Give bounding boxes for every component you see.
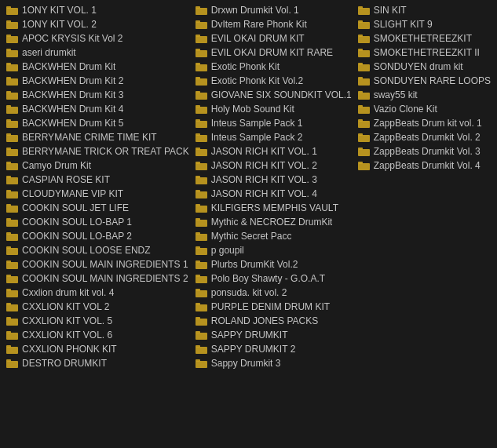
list-item[interactable]: ROLAND JONES PACKS — [192, 314, 355, 328]
svg-rect-26 — [6, 191, 18, 199]
list-item[interactable]: DESTRO DRUMKIT — [3, 356, 192, 370]
list-item[interactable]: BACKWHEN Drum Kit — [3, 60, 192, 74]
list-item[interactable]: aseri drumkit — [3, 46, 192, 60]
list-item[interactable]: EVIL OKAI DRUM KIT RARE — [192, 46, 355, 60]
list-item[interactable]: Vazio Clone Kit — [355, 102, 494, 116]
list-item[interactable]: BACKWHEN Drum Kit 3 — [3, 88, 192, 102]
list-item[interactable]: SAPPY DRUMKIT — [192, 328, 355, 342]
folder-icon — [6, 62, 19, 71]
svg-rect-66 — [196, 107, 207, 114]
svg-rect-19 — [6, 133, 11, 136]
svg-rect-44 — [6, 319, 18, 326]
svg-rect-68 — [196, 121, 207, 128]
list-item[interactable]: SMOKETHETREEZKIT — [355, 31, 494, 46]
list-item[interactable]: BACKWHEN Drum Kit 5 — [3, 116, 192, 130]
list-item[interactable]: Holy Mob Sound Kit — [192, 102, 355, 116]
svg-rect-102 — [196, 361, 207, 368]
list-item[interactable]: sway55 kit — [355, 88, 494, 102]
svg-rect-38 — [6, 276, 18, 283]
list-item[interactable]: p goupil — [192, 243, 355, 257]
list-item[interactable]: Sappy Drumkit 3 — [192, 356, 355, 370]
list-item[interactable]: ZappBeats Drumkit Vol. 2 — [355, 130, 494, 144]
list-item[interactable]: Mythic & NECROEZ DrumKit — [192, 215, 355, 229]
list-item[interactable]: COOKIN SOUL JET LIFE — [3, 201, 192, 215]
list-item[interactable]: 1ONY KIT VOL. 2 — [3, 17, 192, 31]
list-item[interactable]: Inteus Sample Pack 1 — [192, 116, 355, 130]
list-item[interactable]: ZappBeats Drumkit Vol. 3 — [355, 144, 494, 158]
svg-rect-6 — [6, 50, 18, 57]
list-item[interactable]: ZappBeats Drum kit vol. 1 — [355, 116, 494, 130]
list-item[interactable]: JASON RICH KIT VOL. 1 — [192, 144, 355, 158]
list-item[interactable]: Drxwn Drumkit Vol. 1 — [192, 3, 355, 17]
svg-rect-25 — [6, 176, 11, 178]
svg-rect-80 — [196, 206, 207, 213]
list-item[interactable]: COOKIN SOUL LO-BAP 2 — [3, 229, 192, 243]
list-item[interactable]: COOKIN SOUL MAIN INGREDIENTS 2 — [3, 271, 192, 286]
list-item[interactable]: JASON RICH KIT VOL. 2 — [192, 158, 355, 173]
list-item[interactable]: Camyo Drum Kit — [3, 158, 192, 173]
item-label: JASON RICH KIT VOL. 1 — [211, 146, 317, 157]
svg-rect-43 — [6, 303, 11, 305]
list-item[interactable]: SLIGHT KIT 9 — [355, 17, 494, 31]
list-item[interactable]: Mythic Secret Pacc — [192, 229, 355, 243]
list-item[interactable]: Exotic Phonk Kit — [192, 60, 355, 74]
list-item[interactable]: PURPLE DENIM DRUM KIT — [192, 300, 355, 314]
list-item[interactable]: ZappBeats Drumkit Vol. 4 — [355, 158, 494, 173]
list-item[interactable]: SMOKETHETREEZKIT II — [355, 46, 494, 60]
list-item[interactable]: GIOVANE SIX SOUNDKIT VOL.1 — [192, 88, 355, 102]
folder-icon — [196, 344, 208, 354]
list-item[interactable]: KILFIGERS MEMPHIS VAULT — [192, 201, 355, 215]
list-item[interactable]: DvItem Rare Phonk Kit — [192, 17, 355, 31]
list-item[interactable]: ponsuda. kit vol. 2 — [192, 286, 355, 300]
list-item[interactable]: EVIL OKAI DRUM KIT — [192, 31, 355, 46]
list-item[interactable]: JASON RICH KIT VOL. 4 — [192, 187, 355, 201]
list-item[interactable]: CXXLION KIT VOL 2 — [3, 300, 192, 314]
svg-rect-105 — [358, 6, 363, 9]
list-item[interactable]: SONDUYEN drum kit — [355, 60, 494, 74]
svg-rect-13 — [6, 91, 11, 93]
folder-icon — [6, 316, 19, 326]
svg-rect-94 — [196, 304, 207, 311]
svg-rect-117 — [358, 91, 363, 93]
list-item[interactable]: Inteus Sample Pack 2 — [192, 130, 355, 144]
list-item[interactable]: BACKWHEN Drum Kit 2 — [3, 74, 192, 88]
list-item[interactable]: COOKIN SOUL MAIN INGREDIENTS 1 — [3, 257, 192, 271]
folder-icon — [6, 76, 19, 86]
list-item[interactable]: COOKIN SOUL LOOSE ENDZ — [3, 243, 192, 257]
folder-icon — [358, 90, 371, 100]
list-item[interactable]: CLOUDYMANE VIP KIT — [3, 187, 192, 201]
list-item[interactable]: SAPPY DRUMKIT 2 — [192, 342, 355, 356]
list-item[interactable]: CASPIAN ROSE KIT — [3, 173, 192, 187]
item-label: Mythic Secret Pacc — [211, 231, 292, 242]
list-item[interactable]: APOC KRYSIS Kit Vol 2 — [3, 31, 192, 46]
folder-icon — [196, 203, 208, 213]
svg-rect-95 — [196, 303, 200, 305]
list-item[interactable]: BACKWHEN Drum Kit 4 — [3, 102, 192, 116]
folder-icon — [196, 90, 208, 100]
svg-rect-109 — [358, 35, 363, 37]
list-item[interactable]: Polo Boy Shawty - G.O.A.T — [192, 271, 355, 286]
list-item[interactable]: CXXLION PHONK KIT — [3, 342, 192, 356]
folder-icon — [196, 359, 208, 368]
list-item[interactable]: SONDUYEN RARE LOOPS — [355, 74, 494, 88]
list-item[interactable]: CXXLION KIT VOL. 6 — [3, 328, 192, 342]
list-item[interactable]: COOKIN SOUL LO-BAP 1 — [3, 215, 192, 229]
list-item[interactable]: 1ONY KIT VOL. 1 — [3, 3, 192, 17]
list-item[interactable]: SIN KIT — [355, 3, 494, 17]
item-label: ponsuda. kit vol. 2 — [211, 287, 287, 298]
item-label: 1ONY KIT VOL. 2 — [22, 19, 97, 30]
list-item[interactable]: Exotic Phonk Kit Vol.2 — [192, 74, 355, 88]
item-label: p goupil — [211, 245, 244, 256]
item-label: DvItem Rare Phonk Kit — [211, 19, 307, 30]
item-label: Polo Boy Shawty - G.O.A.T — [211, 273, 325, 284]
list-item[interactable]: CXXLION KIT VOL. 5 — [3, 314, 192, 328]
list-item[interactable]: BERRYMANE TRICK OR TREAT PACK — [3, 144, 192, 158]
list-item[interactable]: Cxxlion drum kit vol. 4 — [3, 286, 192, 300]
list-item[interactable]: BERRYMANE CRIME TIME KIT — [3, 130, 192, 144]
svg-rect-89 — [196, 260, 200, 263]
svg-rect-14 — [6, 107, 18, 114]
list-item[interactable]: JASON RICH KIT VOL. 3 — [192, 173, 355, 187]
list-item[interactable]: Plurbs DrumKit Vol.2 — [192, 257, 355, 271]
svg-rect-46 — [6, 333, 18, 340]
folder-icon — [6, 133, 19, 142]
